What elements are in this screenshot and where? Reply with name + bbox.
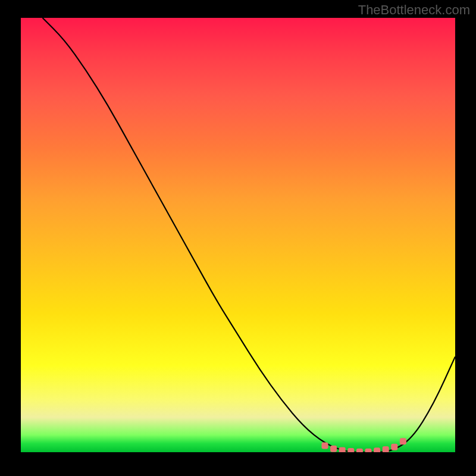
marker-point — [339, 447, 346, 452]
marker-point — [383, 446, 389, 452]
chart-plot-area — [21, 18, 455, 452]
marker-point — [356, 449, 363, 452]
marker-point — [330, 446, 337, 452]
marker-point — [400, 438, 406, 444]
marker-point — [374, 447, 380, 452]
marker-point — [322, 443, 328, 449]
optimal-range-markers — [322, 438, 406, 452]
marker-point — [347, 448, 354, 452]
watermark-text: TheBottleneck.com — [358, 2, 470, 18]
marker-point — [391, 444, 397, 450]
marker-point — [365, 449, 372, 452]
markers-layer — [21, 18, 455, 452]
